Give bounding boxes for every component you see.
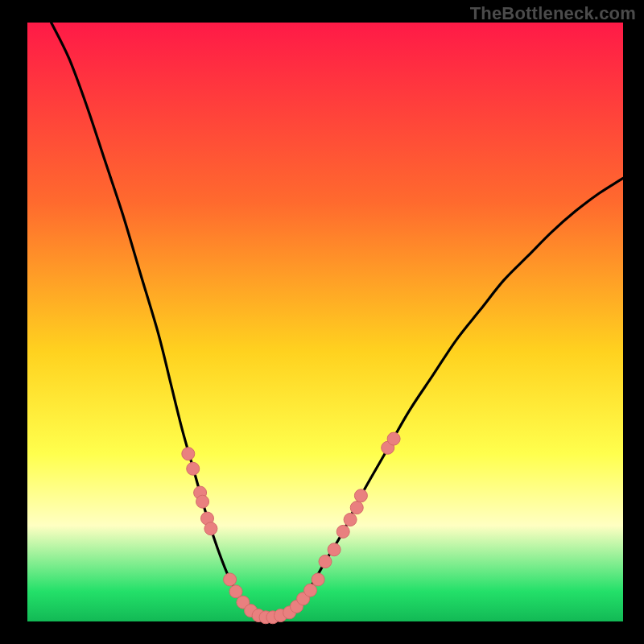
curve-marker bbox=[224, 573, 237, 586]
curve-marker bbox=[350, 502, 363, 514]
curve-marker bbox=[187, 462, 200, 475]
curve-marker bbox=[196, 495, 209, 508]
curve-marker bbox=[328, 543, 341, 556]
curve-marker bbox=[354, 489, 367, 502]
curve-marker bbox=[204, 522, 217, 535]
curve-marker bbox=[182, 448, 195, 460]
watermark-text: TheBottleneck.com bbox=[470, 3, 636, 24]
plot-area bbox=[27, 23, 623, 621]
curve-marker bbox=[336, 525, 349, 538]
curve-marker bbox=[319, 555, 332, 568]
curve-marker bbox=[387, 432, 400, 445]
curve-marker bbox=[304, 584, 317, 597]
curve-marker bbox=[344, 514, 357, 526]
curve-marker bbox=[312, 573, 324, 586]
bottleneck-chart bbox=[0, 0, 644, 644]
chart-stage: TheBottleneck.com bbox=[0, 0, 644, 644]
